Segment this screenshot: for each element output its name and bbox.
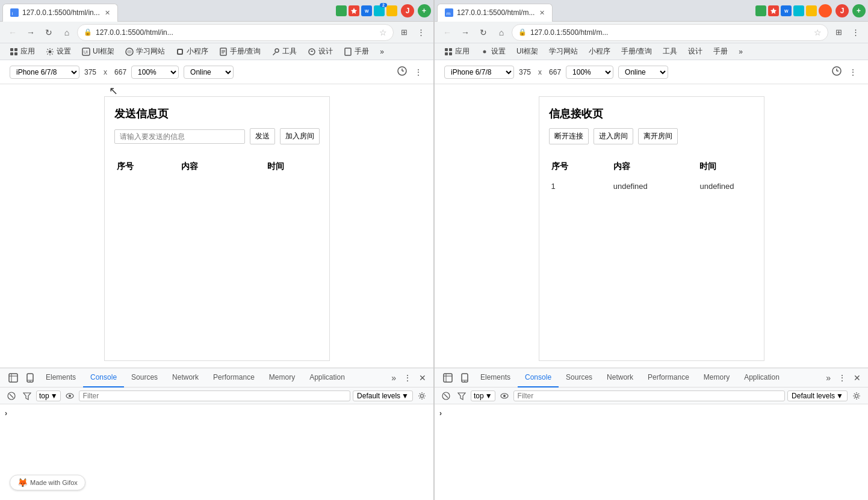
right-bm-settings[interactable]: 设置 (476, 45, 510, 58)
ext-icon-teal[interactable]: 2 (374, 5, 385, 16)
right-bm-design[interactable]: 设计 (683, 45, 707, 58)
ext-icon-bookmark[interactable] (349, 5, 359, 16)
right-dt-network[interactable]: Network (600, 368, 640, 387)
right-forward-btn[interactable]: → (457, 25, 473, 40)
left-console-eye-btn[interactable] (63, 390, 76, 401)
right-console-gear-btn[interactable] (850, 390, 863, 401)
left-dt-elements[interactable]: Elements (39, 368, 83, 387)
right-tab-search-btn[interactable]: ⊞ (831, 25, 846, 40)
left-address-bar[interactable]: 🔒 127.0.0.1:5500/html/in... ☆ (77, 24, 394, 41)
right-bookmark-star[interactable]: ☆ (814, 28, 822, 37)
left-dt-settings[interactable]: ⋮ (401, 372, 414, 384)
right-dt-sources[interactable]: Sources (559, 368, 600, 387)
bm-tools[interactable]: 工具 (267, 45, 302, 58)
right-bm-handbook[interactable]: 手册 (708, 45, 733, 58)
bm-manual[interactable]: 手册/查询 (214, 45, 265, 58)
left-profile-icon[interactable]: J (401, 4, 414, 17)
bm-design[interactable]: 设计 (303, 45, 338, 58)
right-profile-icon[interactable]: J (835, 4, 849, 17)
right-more-btn[interactable]: ⋮ (848, 25, 863, 40)
left-more-options-btn[interactable]: ⋮ (413, 65, 424, 79)
right-tab-close[interactable]: ✕ (539, 9, 545, 17)
bm-learnsite[interactable]: 学习网站 (120, 45, 170, 58)
left-online-select[interactable]: Online (184, 66, 234, 79)
right-tab[interactable]: m 127.0.0.1:5500/html/m... ✕ (437, 4, 553, 22)
right-zoom-select[interactable]: 100% (566, 66, 613, 79)
ext-icon-green[interactable] (336, 5, 347, 16)
left-join-btn[interactable]: 加入房间 (280, 128, 320, 144)
right-bm-apps[interactable]: 应用 (439, 45, 474, 58)
left-dt-device-btn[interactable] (22, 368, 39, 387)
left-tab-search-btn[interactable]: ⊞ (396, 25, 412, 40)
right-dt-inspect-btn[interactable] (439, 368, 456, 387)
left-console-context-selector[interactable]: top ▼ (36, 390, 61, 401)
left-dt-close[interactable]: ✕ (417, 372, 429, 384)
left-console-filter-input[interactable] (79, 390, 350, 401)
left-dt-console[interactable]: Console (83, 368, 124, 387)
right-join-btn[interactable]: 进入房间 (594, 128, 633, 144)
left-dt-memory[interactable]: Memory (262, 368, 302, 387)
right-reload-btn[interactable]: ↻ (476, 25, 491, 40)
right-bm-overflow[interactable]: » (734, 46, 748, 57)
left-dt-sources[interactable]: Sources (124, 368, 165, 387)
left-send-btn[interactable]: 发送 (250, 128, 275, 144)
ext-icon-reload[interactable] (386, 5, 397, 16)
left-forward-btn[interactable]: → (23, 25, 39, 40)
right-dt-application[interactable]: Application (737, 368, 787, 387)
ext-icon-blue[interactable]: W (361, 5, 372, 16)
left-ext-add[interactable]: + (418, 4, 431, 17)
right-bm-uiframework[interactable]: UI框架 (512, 45, 543, 58)
right-ext-yellow[interactable] (806, 5, 817, 16)
right-console-levels[interactable]: Default levels ▼ (787, 390, 848, 401)
right-ext-teal[interactable] (793, 5, 804, 16)
left-dt-application[interactable]: Application (302, 368, 352, 387)
left-tab[interactable]: i 127.0.0.1:5500/html/in... ✕ (2, 4, 118, 22)
right-device-select[interactable]: iPhone 6/7/8 (444, 66, 514, 79)
left-back-btn[interactable]: ← (5, 25, 20, 40)
bm-settings[interactable]: 设置 (41, 45, 76, 58)
right-dt-performance[interactable]: Performance (640, 368, 696, 387)
right-console-eye-btn[interactable] (498, 390, 511, 401)
right-cache-btn[interactable] (831, 65, 843, 79)
right-bm-learnsite[interactable]: 学习网站 (544, 45, 583, 58)
left-tab-close[interactable]: ✕ (105, 9, 110, 17)
right-ext-green[interactable] (755, 5, 766, 16)
left-message-input[interactable] (114, 129, 245, 144)
right-bm-manual[interactable]: 手册/查询 (616, 45, 657, 58)
left-dt-more-tabs[interactable]: » (389, 372, 398, 384)
right-dt-elements[interactable]: Elements (473, 368, 518, 387)
right-dt-console[interactable]: Console (518, 368, 559, 387)
left-device-select[interactable]: iPhone 6/7/8 (10, 66, 79, 79)
right-ext-red[interactable] (768, 5, 779, 16)
left-console-filter-toggle[interactable] (20, 390, 34, 401)
right-ext-blue[interactable]: W (781, 5, 792, 16)
right-disconnect-btn[interactable]: 断开连接 (549, 128, 589, 144)
bm-overflow[interactable]: » (375, 46, 389, 57)
left-console-prompt[interactable]: › (5, 409, 429, 418)
left-cache-btn[interactable] (396, 65, 408, 79)
right-dt-device-btn[interactable] (456, 368, 473, 387)
left-bookmark-star[interactable]: ☆ (379, 28, 387, 37)
right-bm-tools[interactable]: 工具 (658, 45, 682, 58)
left-reload-btn[interactable]: ↻ (41, 25, 57, 40)
left-console-levels[interactable]: Default levels ▼ (353, 390, 413, 401)
bm-apps[interactable]: 应用 (5, 45, 40, 58)
bm-miniapp[interactable]: 小程序 (171, 45, 213, 58)
left-dt-network[interactable]: Network (165, 368, 206, 387)
right-console-filter-toggle[interactable] (455, 390, 468, 401)
right-more-options-btn[interactable]: ⋮ (848, 65, 858, 79)
right-console-prompt[interactable]: › (439, 409, 863, 418)
right-dt-settings[interactable]: ⋮ (835, 372, 849, 384)
left-console-clear-btn[interactable] (5, 390, 18, 401)
left-zoom-select[interactable]: 100% (131, 66, 179, 79)
left-console-gear-btn[interactable] (415, 390, 429, 401)
right-dt-more-tabs[interactable]: » (823, 372, 833, 384)
right-console-context-selector[interactable]: top ▼ (471, 390, 495, 401)
bm-uiframework[interactable]: UI UI框架 (77, 45, 119, 58)
left-dt-inspect-btn[interactable] (5, 368, 22, 387)
right-dt-memory[interactable]: Memory (696, 368, 737, 387)
right-home-btn[interactable]: ⌂ (494, 25, 509, 40)
left-dt-performance[interactable]: Performance (206, 368, 262, 387)
right-ext-add[interactable]: + (852, 4, 866, 17)
right-console-clear-btn[interactable] (439, 390, 453, 401)
